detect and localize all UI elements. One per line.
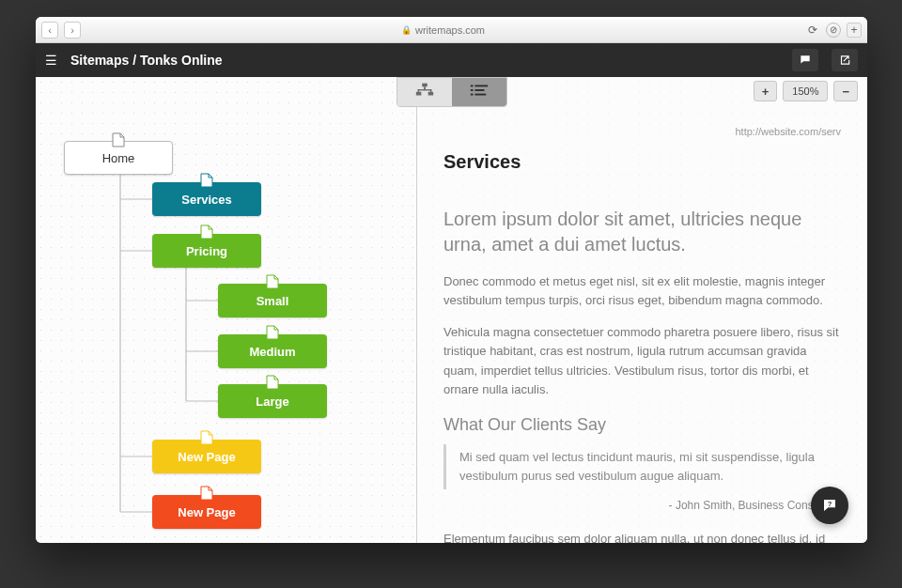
node-newpage-1[interactable]: New Page bbox=[152, 440, 261, 473]
svg-rect-12 bbox=[474, 94, 486, 96]
quote-attribution: - John Smith, Business Consultant bbox=[443, 497, 841, 515]
comments-button[interactable] bbox=[792, 49, 818, 71]
forward-button[interactable]: › bbox=[64, 22, 81, 39]
page-icon bbox=[200, 173, 213, 188]
app-bar: ☰ Sitemaps / Tonks Online bbox=[36, 43, 867, 77]
node-label: New Page bbox=[178, 505, 235, 519]
list-view-button[interactable] bbox=[452, 78, 506, 106]
node-label: Pricing bbox=[186, 244, 227, 258]
svg-rect-11 bbox=[470, 94, 473, 96]
svg-rect-8 bbox=[474, 85, 488, 87]
address-text: writemaps.com bbox=[415, 24, 485, 36]
page-icon bbox=[112, 132, 125, 147]
node-home[interactable]: Home bbox=[64, 141, 173, 175]
page-icon bbox=[200, 224, 213, 240]
node-label: New Page bbox=[178, 450, 235, 464]
zoom-controls: + 150% − bbox=[754, 81, 858, 101]
page-icon bbox=[266, 325, 279, 340]
content-subtitle: Lorem ipsum dolor sit amet, ultricies ne… bbox=[443, 207, 841, 257]
zoom-out-button[interactable]: − bbox=[833, 81, 858, 101]
back-button[interactable]: ‹ bbox=[41, 22, 58, 39]
svg-rect-6 bbox=[429, 89, 430, 93]
main-area: + 150% − bbox=[36, 77, 867, 543]
share-button[interactable] bbox=[832, 49, 858, 71]
node-label: Large bbox=[256, 395, 288, 409]
content-p2: Vehicula magna consectetuer commodo phar… bbox=[443, 323, 841, 399]
lock-icon: 🔒 bbox=[401, 25, 412, 35]
content-panel: http://website.com/serv Services Lorem i… bbox=[416, 77, 867, 543]
page-icon bbox=[200, 430, 213, 445]
svg-rect-10 bbox=[474, 89, 484, 91]
node-pricing[interactable]: Pricing bbox=[152, 234, 261, 268]
new-tab-button[interactable]: + bbox=[847, 23, 862, 38]
node-services[interactable]: Services bbox=[152, 182, 261, 216]
tree-view-button[interactable] bbox=[397, 78, 452, 106]
content-scroll[interactable]: http://website.com/serv Services Lorem i… bbox=[417, 77, 867, 543]
node-label: Home bbox=[102, 151, 135, 165]
svg-text:?: ? bbox=[828, 500, 832, 508]
node-label: Services bbox=[181, 193, 232, 207]
app-title: Sitemaps / Tonks Online bbox=[70, 53, 779, 68]
node-newpage-2[interactable]: New Page bbox=[152, 495, 261, 529]
node-large[interactable]: Large bbox=[218, 384, 327, 418]
reload-button[interactable]: ⟳ bbox=[805, 23, 820, 37]
node-medium[interactable]: Medium bbox=[218, 334, 327, 368]
clients-heading: What Our Clients Say bbox=[443, 412, 841, 439]
help-chat-button[interactable]: ? bbox=[811, 487, 848, 524]
browser-chrome: ‹ › 🔒 writemaps.com ⟳ ⊘ + bbox=[36, 17, 867, 43]
view-toggle bbox=[397, 77, 507, 107]
content-p1: Donec commodo et metus eget nisl, sit ex… bbox=[443, 272, 841, 310]
node-small[interactable]: Small bbox=[218, 284, 327, 317]
page-icon bbox=[266, 274, 279, 289]
menu-icon[interactable]: ☰ bbox=[45, 53, 57, 68]
tree-icon bbox=[414, 83, 435, 101]
page-icon bbox=[266, 375, 279, 390]
zoom-in-button[interactable]: + bbox=[754, 81, 778, 101]
reader-button[interactable]: ⊘ bbox=[826, 23, 841, 38]
svg-rect-7 bbox=[470, 85, 473, 87]
page-url: http://website.com/serv bbox=[443, 124, 841, 140]
page-icon bbox=[200, 486, 213, 501]
node-label: Medium bbox=[249, 345, 295, 359]
svg-rect-0 bbox=[422, 84, 428, 87]
node-label: Small bbox=[257, 294, 289, 308]
content-p3: Elementum faucibus sem dolor aliquam nul… bbox=[443, 530, 841, 543]
svg-rect-4 bbox=[417, 89, 431, 90]
list-icon bbox=[469, 83, 490, 101]
content-title: Services bbox=[443, 147, 841, 177]
sitemap-canvas[interactable]: Home Services Pricing Small bbox=[36, 77, 416, 543]
client-quote: Mi sed quam vel lectus tincidunt mauris,… bbox=[443, 444, 841, 489]
app-window: ‹ › 🔒 writemaps.com ⟳ ⊘ + ☰ Sitemaps / T… bbox=[36, 17, 867, 543]
svg-rect-9 bbox=[470, 89, 473, 91]
zoom-level[interactable]: 150% bbox=[783, 81, 828, 101]
address-bar[interactable]: 🔒 writemaps.com bbox=[86, 24, 800, 36]
svg-rect-5 bbox=[417, 89, 418, 93]
